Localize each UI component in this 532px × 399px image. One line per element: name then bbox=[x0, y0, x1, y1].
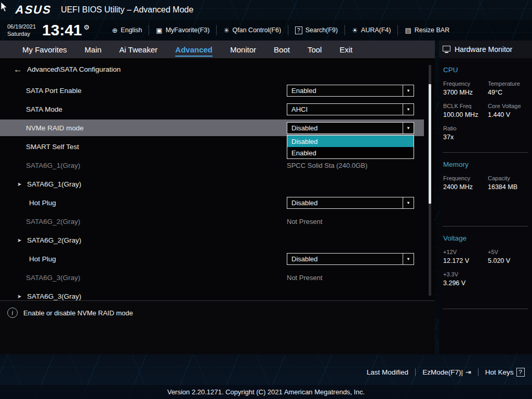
toolbar-label-resizebar: Resize BAR bbox=[415, 26, 449, 34]
title-bar: ASUS UEFI BIOS Utility – Advanced Mode bbox=[0, 0, 532, 20]
setting-dropdown-nvme-raid-mode[interactable]: Disabled▼ bbox=[287, 122, 414, 134]
setting-label: SATA Port Enable bbox=[26, 87, 82, 95]
setting-row-10-sata6g-3-gray: SATA6G_3(Gray)Not Present bbox=[0, 268, 435, 287]
page-title: UEFI BIOS Utility – Advanced Mode bbox=[61, 5, 193, 15]
setting-dropdown-sata-mode[interactable]: AHCI▼ bbox=[287, 103, 414, 115]
toolbar-label-search: Search(F9) bbox=[305, 26, 338, 34]
dropdown-option-disabled[interactable]: Disabled bbox=[287, 136, 414, 147]
ezmode-button[interactable]: EzMode(F7)| ⇥ bbox=[422, 368, 471, 376]
hot-keys-button[interactable]: Hot Keys ? bbox=[485, 368, 525, 377]
hm-cell-core-voltage: Core Voltage1.440 V bbox=[488, 103, 532, 118]
scrollbar-thumb[interactable] bbox=[429, 84, 431, 204]
hm-value: 3.296 V bbox=[443, 280, 488, 287]
setting-row-8-sata6g-2-gray[interactable]: ➤SATA6G_2(Gray) bbox=[0, 231, 435, 249]
hm-row: Frequency2400 MHzCapacity16384 MB bbox=[443, 175, 532, 191]
expand-arrow-icon: ➤ bbox=[17, 294, 21, 299]
setting-row-5-sata6g-1-gray[interactable]: ➤SATA6G_1(Gray) bbox=[0, 175, 435, 193]
info-bar: 06/19/2021 Saturday 13:41 ⚙ ⊕English▣MyF… bbox=[0, 20, 532, 41]
setting-label: SATA6G_1(Gray) bbox=[27, 180, 82, 188]
setting-dropdown-hot-plug[interactable]: Disabled▼ bbox=[287, 253, 414, 265]
hm-cell-5v: +5V5.020 V bbox=[488, 249, 532, 264]
setting-label: SATA6G_1(Gray) bbox=[26, 162, 81, 169]
hm-label: Ratio bbox=[443, 125, 488, 131]
info-icon: i bbox=[7, 308, 18, 318]
setting-label: SMART Self Test bbox=[26, 143, 79, 151]
toolbar-qfan[interactable]: ✳Qfan Control(F6) bbox=[216, 25, 288, 35]
tab-advanced[interactable]: Advanced bbox=[166, 45, 221, 58]
tab-main[interactable]: Main bbox=[76, 45, 111, 58]
setting-row-2-nvme-raid-mode[interactable]: NVMe RAID modeDisabled▼DisabledEnabled bbox=[0, 118, 435, 137]
hot-keys-label: Hot Keys bbox=[485, 368, 514, 376]
tab-monitor[interactable]: Monitor bbox=[221, 45, 265, 58]
setting-row-0-sata-port-enable[interactable]: SATA Port EnableEnabled▼ bbox=[0, 81, 435, 100]
quick-toolbar: ⊕English▣MyFavorite(F3)✳Qfan Control(F6)… bbox=[105, 20, 456, 41]
toolbar-search[interactable]: ?Search(F9) bbox=[288, 25, 344, 35]
setting-row-7-sata6g-2-gray: SATA6G_2(Gray)Not Present bbox=[0, 212, 435, 231]
hm-label: Temperature bbox=[488, 81, 532, 87]
hm-label: BCLK Freq bbox=[443, 103, 488, 109]
version-bar: Version 2.20.1271. Copyright (C) 2021 Am… bbox=[0, 385, 532, 399]
setting-row-9-hot-plug[interactable]: Hot PlugDisabled▼ bbox=[0, 249, 435, 268]
breadcrumb: ← Advanced\SATA Configuration bbox=[0, 58, 435, 81]
setting-row-11-sata6g-3-gray[interactable]: ➤SATA6G_3(Gray) bbox=[0, 287, 435, 300]
tab-ai-tweaker[interactable]: Ai Tweaker bbox=[110, 45, 166, 58]
hm-value: 49°C bbox=[488, 89, 532, 96]
hm-section-title-voltage: Voltage bbox=[443, 234, 532, 242]
date-text: 06/19/2021 bbox=[7, 23, 36, 30]
setting-value: Not Present bbox=[287, 274, 323, 282]
globe-icon: ⊕ bbox=[112, 27, 117, 34]
hm-cell-temperature: Temperature49°C bbox=[488, 81, 532, 96]
hm-label: +12V bbox=[443, 249, 488, 255]
hm-cell-ratio: Ratio37x bbox=[443, 125, 488, 141]
setting-dropdown-hot-plug[interactable]: Disabled▼ bbox=[287, 197, 414, 209]
toolbar-resizebar[interactable]: ▤Resize BAR bbox=[397, 25, 456, 35]
last-modified-button[interactable]: Last Modified bbox=[367, 368, 408, 376]
tab-bar: My FavoritesMainAi TweakerAdvancedMonito… bbox=[0, 41, 435, 58]
toolbar-label-english: English bbox=[121, 26, 142, 34]
tab-my-favorites[interactable]: My Favorites bbox=[14, 45, 76, 58]
setting-row-1-sata-mode[interactable]: SATA ModeAHCI▼ bbox=[0, 100, 435, 118]
favorite-icon: ▣ bbox=[156, 27, 162, 34]
hm-value: 1.440 V bbox=[488, 111, 532, 118]
toolbar-label-qfan: Qfan Control(F6) bbox=[232, 26, 281, 34]
setting-label: NVMe RAID mode bbox=[26, 124, 84, 132]
toolbar-english[interactable]: ⊕English bbox=[105, 25, 149, 35]
monitor-icon bbox=[443, 46, 450, 51]
hm-section-cpu: CPUFrequency3700 MHzTemperature49°CBCLK … bbox=[439, 66, 532, 153]
hm-value: 12.172 V bbox=[443, 257, 488, 264]
toolbar-aura[interactable]: ☀AURA(F4) bbox=[344, 25, 397, 35]
hm-label: Capacity bbox=[488, 175, 532, 181]
dropdown-value: Disabled bbox=[291, 255, 318, 263]
chevron-down-icon: ▼ bbox=[403, 197, 414, 208]
setting-dropdown-sata-port-enable[interactable]: Enabled▼ bbox=[287, 85, 414, 97]
hm-section-voltage: Voltage+12V12.172 V+5V5.020 V+3.3V3.296 … bbox=[439, 234, 532, 309]
aura-icon: ☀ bbox=[352, 27, 358, 34]
footer-actions: Last Modified EzMode(F7)| ⇥ Hot Keys ? bbox=[367, 368, 525, 377]
tab-tool[interactable]: Tool bbox=[299, 45, 331, 58]
hardware-monitor-header: Hardware Monitor bbox=[439, 41, 532, 58]
hm-row: +3.3V3.296 V bbox=[443, 271, 532, 287]
toolbar-label-myfavorite: MyFavorite(F3) bbox=[166, 26, 210, 34]
resize-bar-icon: ▤ bbox=[405, 27, 411, 34]
tab-exit[interactable]: Exit bbox=[330, 45, 361, 58]
hm-row: BCLK Freq100.00 MHzCore Voltage1.440 V bbox=[443, 103, 532, 118]
toolbar-myfavorite[interactable]: ▣MyFavorite(F3) bbox=[149, 25, 216, 35]
tab-boot[interactable]: Boot bbox=[265, 45, 299, 58]
clock-settings-gear-icon[interactable]: ⚙ bbox=[84, 23, 90, 31]
dropdown-option-enabled[interactable]: Enabled bbox=[287, 147, 414, 158]
back-arrow-icon[interactable]: ← bbox=[14, 64, 22, 75]
version-text: Version 2.20.1271. Copyright (C) 2021 Am… bbox=[167, 388, 365, 396]
setting-value: SPCC Solid Sta (240.0GB) bbox=[287, 162, 367, 169]
setting-label: Hot Plug bbox=[29, 255, 56, 263]
dropdown-value: AHCI bbox=[291, 105, 308, 113]
setting-label: SATA6G_2(Gray) bbox=[27, 236, 82, 244]
hm-section-title-cpu: CPU bbox=[443, 66, 532, 74]
chevron-down-icon: ▼ bbox=[403, 123, 414, 134]
setting-row-6-hot-plug[interactable]: Hot PlugDisabled▼ bbox=[0, 193, 435, 212]
hm-cell-capacity: Capacity16384 MB bbox=[488, 175, 532, 191]
expand-arrow-icon: ➤ bbox=[17, 237, 21, 243]
bios-screen: ASUS UEFI BIOS Utility – Advanced Mode 0… bbox=[0, 0, 532, 399]
clock-block: 06/19/2021 Saturday 13:41 ⚙ bbox=[0, 22, 89, 38]
hm-divider bbox=[443, 226, 528, 227]
toolbar-label-aura: AURA(F4) bbox=[361, 26, 391, 34]
